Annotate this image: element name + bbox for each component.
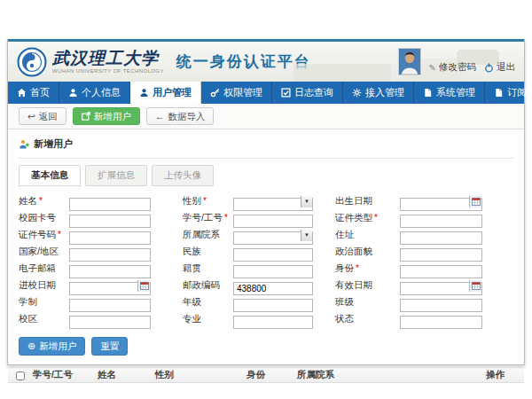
change-password-link[interactable]: ✎ 修改密码 (429, 61, 476, 75)
header: 武汉理工大学 WUHAN UNIVERSITY OF TECHNOLOGY 统一… (8, 42, 524, 82)
field-label: 性别* (183, 195, 233, 207)
home-icon (17, 88, 27, 98)
col-student-id: 学号/工号 (31, 368, 96, 383)
field-label: 状态 (335, 313, 400, 325)
field-label: 姓名* (19, 195, 69, 207)
nav-item-system-management[interactable]: 系统管理 (414, 82, 485, 104)
section-title: 新增用户 (34, 137, 73, 151)
select-all-checkbox[interactable] (16, 372, 25, 380)
field-label: 专业 (183, 313, 233, 325)
university-name: 武汉理工大学 (52, 50, 164, 66)
submit-label: 新增用户 (39, 341, 76, 351)
tab-upload-avatar[interactable]: 上传头像 (152, 165, 214, 186)
nav-label: 订阅管理 (507, 86, 532, 99)
grade-input[interactable] (233, 299, 313, 312)
field-label: 班级 (335, 296, 400, 309)
native-place-input[interactable] (233, 265, 313, 278)
add-user-label: 新增用户 (94, 112, 131, 121)
reset-label: 重置 (100, 341, 119, 351)
field-label: 电子邮箱 (19, 262, 69, 275)
form-row: 姓名* 性别* ▼ 出生日期 (19, 193, 513, 209)
toolbar: ↩ 返回 新增用户 ← 数据导入 (8, 104, 524, 129)
main-window: 武汉理工大学 WUHAN UNIVERSITY OF TECHNOLOGY 统一… (7, 39, 525, 365)
key-icon (210, 88, 220, 98)
nav-item-personal-info[interactable]: 个人信息 (59, 82, 130, 104)
identity-input[interactable] (400, 265, 482, 278)
skyline-decoration (293, 64, 391, 82)
new-user-form: 姓名* 性别* ▼ 出生日期 校园卡号 学号/工号* 证件类型* (19, 193, 513, 327)
change-password-label: 修改密码 (439, 61, 476, 74)
id-number-input[interactable] (69, 231, 151, 245)
gear-icon (352, 88, 362, 98)
logout-link[interactable]: 退出 (484, 61, 515, 75)
col-name: 姓名 (96, 368, 153, 383)
student-id-input[interactable] (233, 215, 313, 228)
name-input[interactable] (69, 198, 151, 211)
nav-item-user-management[interactable]: 用户管理 (130, 82, 201, 104)
status-input[interactable] (400, 316, 482, 329)
section-header: 新增用户 (19, 137, 513, 159)
pencil-icon: ✎ (429, 63, 436, 73)
nav-label: 用户管理 (153, 86, 192, 99)
nav-item-permission-management[interactable]: 权限管理 (201, 82, 272, 104)
form-row: 校园卡号 学号/工号* 证件类型* (19, 210, 513, 226)
chevron-down-icon[interactable]: ▼ (301, 230, 312, 241)
nav-label: 权限管理 (223, 86, 262, 99)
field-label: 国家/地区 (19, 246, 69, 258)
col-gender: 性别 (153, 368, 245, 383)
export-arrow-icon (82, 112, 90, 121)
field-label: 进校日期 (19, 279, 69, 292)
nav-item-subscription-management[interactable]: 订阅管理 (485, 82, 532, 104)
address-input[interactable] (400, 231, 482, 245)
ethnicity-input[interactable] (233, 248, 313, 262)
add-user-submit-button[interactable]: ⊕ 新增用户 (19, 337, 85, 356)
calendar-icon[interactable] (469, 196, 481, 207)
postal-code-input[interactable] (233, 282, 313, 295)
campus-input[interactable] (69, 316, 151, 329)
tab-extended-info[interactable]: 扩展信息 (85, 165, 147, 186)
calendar-icon[interactable] (469, 280, 481, 292)
field-label: 有效日期 (335, 279, 400, 292)
form-row: 校区 专业 状态 (19, 311, 513, 327)
left-arrow-icon: ← (155, 112, 165, 121)
data-import-label: 数据导入 (168, 112, 205, 121)
tab-basic-info[interactable]: 基本信息 (19, 165, 81, 186)
schooling-length-input[interactable] (69, 299, 151, 312)
tab-bar: 基本信息 扩展信息 上传头像 (19, 165, 513, 186)
nav-label: 首页 (30, 86, 50, 99)
avatar[interactable] (398, 48, 421, 75)
nav-item-home[interactable]: 首页 (8, 82, 59, 104)
field-label: 学制 (19, 296, 69, 309)
political-status-input[interactable] (400, 248, 482, 262)
field-label: 校园卡号 (19, 212, 69, 224)
content-area: 新增用户 基本信息 扩展信息 上传头像 姓名* 性别* ▼ 出生日期 校园卡号 (8, 129, 524, 395)
data-import-button[interactable]: ← 数据导入 (146, 107, 215, 126)
user-add-icon (19, 139, 29, 150)
class-input[interactable] (400, 299, 482, 312)
logout-label: 退出 (497, 61, 515, 74)
back-label: 返回 (39, 112, 58, 121)
field-label: 年级 (183, 296, 233, 309)
nav-item-log-query[interactable]: 日志查询 (272, 82, 343, 104)
university-name-block: 武汉理工大学 WUHAN UNIVERSITY OF TECHNOLOGY (52, 50, 164, 74)
email-input[interactable] (69, 265, 151, 278)
form-row: 学制 年级 班级 (19, 294, 513, 310)
form-row: 证件号码* 所属院系 ▼ 住址 (19, 227, 513, 243)
user-icon (68, 88, 78, 98)
plus-circle-icon: ⊕ (27, 341, 35, 351)
user-icon (139, 88, 149, 98)
calendar-icon[interactable] (137, 280, 150, 292)
user-table: 学号/工号 姓名 性别 身份 所属院系 操作 (8, 367, 524, 395)
campus-card-input[interactable] (69, 215, 151, 228)
add-user-toolbar-button[interactable]: 新增用户 (73, 107, 140, 126)
back-button[interactable]: ↩ 返回 (19, 107, 66, 126)
major-input[interactable] (233, 316, 313, 329)
id-type-input[interactable] (400, 215, 482, 228)
chevron-down-icon[interactable]: ▼ (301, 196, 312, 207)
country-input[interactable] (69, 248, 151, 262)
reset-button[interactable]: 重置 (91, 337, 128, 356)
header-right: ✎ 修改密码 退出 (398, 48, 515, 75)
nav-item-access-management[interactable]: 接入管理 (343, 82, 414, 104)
form-row: 国家/地区 民族 政治面貌 (19, 244, 513, 260)
empty-table-row (8, 383, 524, 395)
